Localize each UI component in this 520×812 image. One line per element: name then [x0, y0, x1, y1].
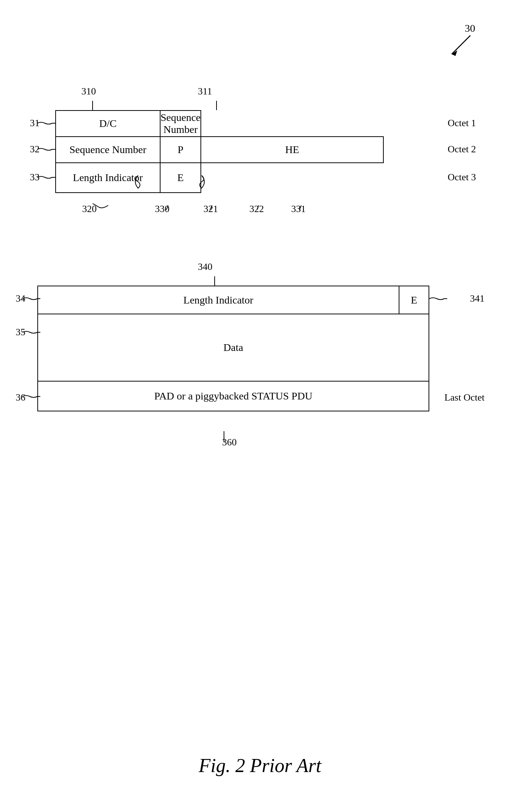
- label-33: 33: [30, 172, 40, 183]
- label-36: 36: [16, 392, 25, 403]
- ref-331: 331: [291, 203, 306, 215]
- octet3-label: Octet 3: [448, 172, 476, 183]
- octet1-label: Octet 1: [448, 118, 476, 129]
- label-35: 35: [16, 327, 25, 338]
- ref-341: 341: [470, 293, 485, 304]
- cell-dc: D/C: [56, 111, 160, 137]
- label-32: 32: [30, 144, 40, 155]
- cell-pad: PAD or a piggybacked STATUS PDU: [38, 381, 429, 411]
- ref-340: 340: [198, 261, 212, 273]
- last-octet-label: Last Octet: [444, 392, 485, 403]
- cell-row1-seq: Sequence Number: [160, 111, 201, 137]
- cell-data: Data: [38, 314, 429, 381]
- label-34: 34: [16, 293, 25, 304]
- diagram-container: 30 310 311 31 32 33 D/C Sequence Number …: [0, 0, 520, 812]
- octet2-label: Octet 2: [448, 144, 476, 155]
- ref-311: 311: [198, 86, 212, 97]
- ref-321: 321: [203, 203, 218, 215]
- ref-310: 310: [81, 86, 96, 97]
- label-31: 31: [30, 118, 40, 129]
- cell-p: P: [160, 137, 201, 163]
- cell-length-indicator-bottom: Length Indicator: [38, 286, 399, 314]
- ref-320: 320: [82, 203, 97, 215]
- ref-30: 30: [465, 22, 475, 34]
- cell-e-bottom: E: [399, 286, 429, 314]
- ref-360: 360: [222, 437, 237, 448]
- figure-caption: Fig. 2 Prior Art: [0, 755, 520, 777]
- svg-marker-1: [452, 50, 457, 56]
- svg-line-0: [452, 35, 470, 54]
- top-table: D/C Sequence Number Sequence Number P HE…: [55, 110, 384, 193]
- cell-e-top: E: [160, 163, 201, 193]
- bottom-table: Length Indicator E Data PAD or a piggyba…: [37, 286, 429, 411]
- ref-330: 330: [155, 203, 169, 215]
- cell-row2-seq: Sequence Number: [56, 137, 160, 163]
- ref-322: 322: [249, 203, 264, 215]
- cell-he: HE: [201, 137, 383, 163]
- cell-length-indicator-top: Length Indicator: [56, 163, 160, 193]
